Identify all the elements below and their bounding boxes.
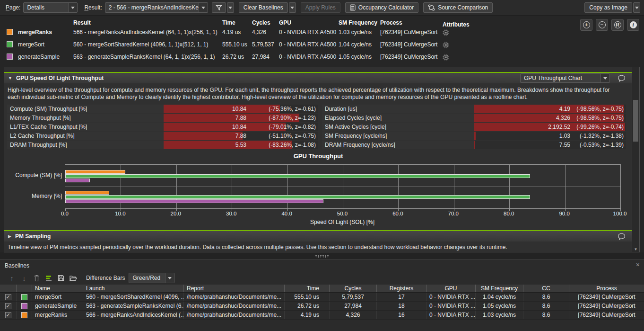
move-up-button[interactable]: ↑: [6, 274, 18, 282]
cycles-cell: 27,984: [252, 54, 270, 60]
baseline-name: mergeSort: [18, 41, 44, 48]
sm-frequency-cell: 1.05 cycle/ns: [475, 302, 523, 310]
result-select[interactable]: 2 - 566 - mergeRanksAndIndicesKer: [105, 2, 208, 13]
metric-value-cell: 5.53(-83.26%, z=-1.08): [164, 141, 318, 149]
metric-label: Elapsed Cycles [cycle]: [322, 114, 474, 122]
baseline-checkbox[interactable]: ✓: [5, 303, 11, 309]
header-time: Time: [284, 285, 329, 292]
metric-label: Duration [us]: [322, 105, 474, 113]
clear-baselines-label: Clear Baselines: [244, 4, 283, 11]
baseline-row-mergeRanks[interactable]: ✓ mergeRanks 566 - mergeRanksAndIndicesK…: [0, 311, 644, 320]
metric-row: DRAM Throughput [%] 5.53(-83.26%, z=-1.0…: [7, 141, 318, 149]
comment-bubble-icon[interactable]: [618, 233, 626, 240]
comment-bubble-icon[interactable]: [618, 75, 626, 82]
close-icon[interactable]: ×: [636, 261, 640, 268]
scrollbar-down-arrow[interactable]: ▼: [632, 247, 639, 251]
metric-label: SM Frequency [cycle/ns]: [322, 132, 474, 140]
copy-as-image-button[interactable]: Copy as Image: [584, 2, 632, 13]
metric-value-cell: 7.88(-87.90%, z=-1.23): [164, 114, 318, 122]
baseline-color-swatch[interactable]: [21, 294, 27, 300]
metric-label: DRAM Throughput [%]: [7, 141, 164, 149]
pm-sampling-section-header[interactable]: ▶ PM Sampling: [4, 230, 632, 242]
baseline-row-mergeSort[interactable]: ✓ mergeSort 560 - mergeSortSharedKernel …: [0, 293, 644, 302]
chart-bar-generateSample: [65, 199, 323, 203]
baseline-checkbox[interactable]: ✓: [5, 294, 11, 300]
baseline-colors-icon[interactable]: [43, 275, 55, 281]
open-folder-button[interactable]: [67, 275, 79, 281]
vertical-scrollbar[interactable]: ▼: [632, 67, 639, 252]
header-sm-frequency: SM Frequency: [339, 19, 377, 26]
summary-row-mergeSort[interactable]: mergeSort 560 - mergeSortSharedKernel (4…: [0, 40, 644, 50]
save-baselines-button[interactable]: [55, 275, 67, 281]
chart-bar-mergeRanks: [65, 191, 109, 195]
metric-row: Memory Throughput [%] 7.88(-87.90%, z=-1…: [7, 114, 318, 122]
source-comparison-icon: [428, 4, 435, 11]
sol-chart-select[interactable]: GPU Throughput Chart: [520, 73, 610, 83]
header-cycles: Cycles: [252, 19, 270, 26]
chip-attributes-icon[interactable]: [443, 54, 449, 61]
chart-bar-mergeRanks: [65, 170, 125, 174]
sol-section-header[interactable]: ▼ GPU Speed Of Light Throughput GPU Thro…: [4, 72, 632, 83]
difference-bars-select[interactable]: Green/Red: [129, 273, 174, 283]
header-result: Result: [73, 19, 91, 26]
metric-value-cell: 10.84(-75.36%, z=-0.61): [164, 105, 318, 113]
chart-xticks: 0.010.020.030.040.050.060.070.080.090.01…: [65, 211, 620, 217]
collapsed-arrow-icon[interactable]: ▶: [8, 234, 11, 239]
chevron-down-icon: [68, 3, 77, 12]
baseline-checkbox[interactable]: ✓: [5, 312, 11, 318]
header-process: Process: [380, 19, 402, 26]
metric-value-cell: 4.19(-98.56%, z=-0.75): [474, 105, 626, 113]
page-select[interactable]: Details: [23, 2, 78, 13]
source-comparison-button[interactable]: Source Comparison: [423, 2, 493, 13]
scrollbar-thumb[interactable]: [633, 100, 638, 142]
time-cell: 555.10 us: [284, 293, 329, 301]
metric-value: 10.84: [164, 124, 246, 130]
pm-sampling-description: Timeline view of PM metrics sampled peri…: [8, 244, 622, 250]
chip-attributes-icon[interactable]: [443, 29, 449, 36]
y-axis-label-compute: Compute (SM) [%]: [4, 172, 62, 179]
occupancy-calculator-button[interactable]: Occupancy Calculator: [345, 2, 418, 13]
move-down-button[interactable]: ↓: [18, 274, 30, 282]
panel-splitter[interactable]: [0, 252, 644, 259]
baseline-color-swatch[interactable]: [7, 29, 13, 35]
name-cell: generateSample: [32, 302, 83, 310]
x-tick-label: 90.0: [559, 211, 569, 216]
clear-baselines-button[interactable]: Clear Baselines: [239, 2, 288, 13]
baselines-panel: Baselines × ↑ ↓ Difference Bars Green/Re…: [0, 259, 644, 331]
sol-chart-select-value: GPU Throughput Chart: [521, 74, 600, 82]
filter-dropdown-arrow[interactable]: [227, 2, 234, 13]
metric-row: SM Active Cycles [cycle] 2,192.52(-99.26…: [322, 123, 626, 131]
delete-baseline-button[interactable]: [30, 275, 43, 282]
baseline-color-swatch[interactable]: [7, 41, 13, 47]
gpu-cell: 0 - NVIDIA RTX A4500: [279, 41, 336, 48]
baseline-row-generateSample[interactable]: ✓ generateSample 563 - generateSampleRan…: [0, 302, 644, 311]
x-tick-label: 10.0: [115, 211, 125, 216]
metric-diff: (-87.90%, z=-1.23): [246, 115, 318, 121]
metric-value: 7.88: [164, 133, 246, 139]
report-cell: /home/prabhanshuc/Documents/me...: [183, 293, 284, 301]
chart-plot[interactable]: [65, 164, 621, 209]
cycles-cell: 27,984: [329, 302, 376, 310]
time-cell: 555.10 us: [222, 41, 247, 48]
chevron-down-icon: [600, 74, 609, 82]
launch-cell: 566 - mergeRanksAndIndicesKernel (...: [83, 311, 183, 319]
collapse-arrow-icon[interactable]: ▼: [8, 76, 12, 81]
chevron-down-icon: [199, 3, 208, 12]
baseline-color-swatch[interactable]: [7, 54, 13, 60]
baseline-color-swatch[interactable]: [21, 312, 27, 318]
apply-rules-button[interactable]: Apply Rules: [301, 2, 340, 13]
clear-baselines-dropdown-arrow[interactable]: [289, 2, 296, 13]
launch-cell: 563 - generateSampleRanksKernel (6...: [83, 302, 183, 310]
filter-button[interactable]: [212, 2, 226, 13]
chip-attributes-icon[interactable]: [443, 42, 449, 48]
process-cell: [762349] CuMergeSort: [380, 54, 437, 60]
copy-as-image-dropdown-arrow[interactable]: [633, 2, 640, 13]
summary-row-mergeRanks[interactable]: mergeRanks 566 - mergeRanksAndIndicesKer…: [0, 27, 644, 38]
metric-diff: (-98.58%, z=-0.75): [570, 115, 626, 121]
summary-row-generateSample[interactable]: generateSample 563 - generateSampleRanks…: [0, 52, 644, 63]
sol-metric-table-left: Compute (SM) Throughput [%] 10.84(-75.36…: [7, 105, 318, 150]
metric-row: L1/TEX Cache Throughput [%] 10.84(-79.01…: [7, 123, 318, 131]
time-cell: 4.19 us: [222, 29, 241, 36]
page-select-value: Details: [24, 3, 68, 12]
baseline-color-swatch[interactable]: [21, 303, 27, 309]
